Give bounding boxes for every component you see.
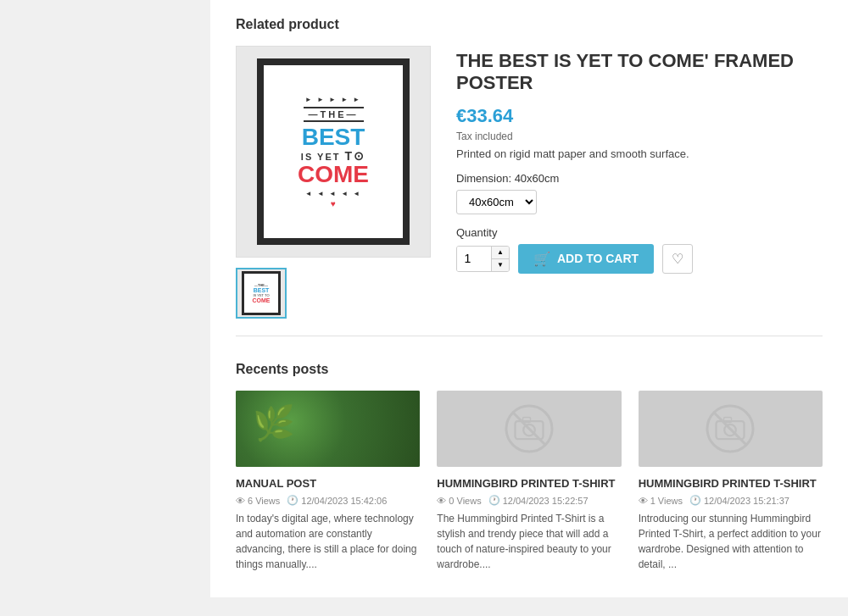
post-title-1[interactable]: MANUAL POST [236,477,420,490]
post-green-image [236,391,420,467]
clock-icon-3: 🕐 [689,495,701,506]
post-meta-3: 👁 1 Views 🕐 12/04/2023 15:21:37 [639,495,823,506]
quantity-down-button[interactable]: ▼ [492,259,509,271]
related-section-title: Related product [236,17,823,32]
product-section: ► ► ► ► ► —THE— BEST IS YET T⊙ COME ◄ ◄ … [236,46,823,319]
post-meta-2: 👁 0 Views 🕐 12/04/2023 15:22:57 [437,495,621,506]
thumbnail-row: —THE— BEST IS YET TO COME [236,268,431,319]
eye-icon-3: 👁 [639,496,648,506]
no-photo-placeholder-3 [639,391,823,467]
post-date-1: 🕐 12/04/2023 15:42:06 [287,495,387,506]
heart-icon: ♡ [672,252,683,266]
thumb-inner: —THE— BEST IS YET TO COME [244,274,278,313]
quantity-row: ▲ ▼ 🛒 ADD TO CART ♡ [456,244,823,274]
dimension-select[interactable]: 40x60cm 50x70cm 60x80cm [456,190,537,214]
add-to-cart-button[interactable]: 🛒 ADD TO CART [518,244,654,274]
poster-come-text: COME [298,163,369,186]
poster-best-text: BEST [302,125,365,149]
no-photo-placeholder-2 [437,391,621,467]
post-card-1: MANUAL POST 👁 6 Views 🕐 12/04/2023 15:42… [236,391,420,572]
section-divider [236,336,823,336]
quantity-arrows: ▲ ▼ [491,247,509,271]
product-main-image[interactable]: ► ► ► ► ► —THE— BEST IS YET T⊙ COME ◄ ◄ … [236,46,431,258]
post-title-2[interactable]: HUMMINGBIRD PRINTED T-SHIRT [437,477,621,490]
clock-icon-2: 🕐 [488,495,500,506]
post-excerpt-2: The Hummingbird Printed T-Shirt is a sty… [437,511,621,572]
post-image-3[interactable] [639,391,823,467]
eye-icon-2: 👁 [437,496,446,506]
product-thumbnail[interactable]: —THE— BEST IS YET TO COME [236,268,287,319]
poster-heart: ♥ [331,199,336,208]
main-content: Related product ► ► ► ► ► —THE— BEST IS … [210,0,848,597]
posts-grid: MANUAL POST 👁 6 Views 🕐 12/04/2023 15:42… [236,391,823,572]
poster-frame: ► ► ► ► ► —THE— BEST IS YET T⊙ COME ◄ ◄ … [257,58,410,245]
post-image-2[interactable] [437,391,621,467]
post-excerpt-1: In today's digital age, where technology… [236,511,420,572]
poster-inner: ► ► ► ► ► —THE— BEST IS YET T⊙ COME ◄ ◄ … [264,65,403,238]
page-wrapper: Related product ► ► ► ► ► —THE— BEST IS … [0,0,848,616]
post-views-3: 👁 1 Views [639,496,683,506]
add-to-cart-label: ADD TO CART [557,252,639,265]
eye-icon-1: 👁 [236,496,245,506]
poster-the-text: —THE— [304,107,364,122]
recents-section: Recents posts MANUAL POST 👁 6 Views [236,362,823,572]
no-photo-icon-3 [705,403,756,454]
dimension-label: Dimension: 40x60cm [456,172,823,185]
quantity-control: ▲ ▼ [456,246,510,272]
post-date-2: 🕐 12/04/2023 15:22:57 [488,495,589,506]
post-views-2: 👁 0 Views [437,496,481,506]
post-image-1[interactable] [236,391,420,467]
product-info-column: THE BEST IS YET TO COME' FRAMED POSTER €… [456,46,823,319]
clock-icon-1: 🕐 [287,495,298,506]
recents-section-title: Recents posts [236,362,823,377]
quantity-label: Quantity [456,226,823,239]
product-name: THE BEST IS YET TO COME' FRAMED POSTER [456,50,823,95]
post-views-1: 👁 6 Views [236,496,280,506]
tax-note: Tax included [456,130,823,142]
cart-icon: 🛒 [533,251,550,267]
thumb-come: COME [253,297,271,303]
quantity-input[interactable] [457,247,491,271]
quantity-up-button[interactable]: ▲ [492,247,509,259]
dimension-select-wrapper: 40x60cm 50x70cm 60x80cm [456,190,823,226]
post-excerpt-3: Introducing our stunning Hummingbird Pri… [639,511,823,572]
wishlist-button[interactable]: ♡ [662,244,693,274]
post-card-2: HUMMINGBIRD PRINTED T-SHIRT 👁 0 Views 🕐 … [437,391,621,572]
no-photo-icon-2 [504,403,555,454]
product-price: €33.64 [456,105,823,127]
poster-arrows-top: ► ► ► ► ► [305,96,361,103]
post-meta-1: 👁 6 Views 🕐 12/04/2023 15:42:06 [236,495,420,506]
thumb-frame: —THE— BEST IS YET TO COME [242,271,281,315]
post-title-3[interactable]: HUMMINGBIRD PRINTED T-SHIRT [639,477,823,490]
thumb-best: BEST [254,287,270,293]
product-image-column: ► ► ► ► ► —THE— BEST IS YET T⊙ COME ◄ ◄ … [236,46,431,319]
post-date-3: 🕐 12/04/2023 15:21:37 [689,495,789,506]
post-card-3: HUMMINGBIRD PRINTED T-SHIRT 👁 1 Views 🕐 … [639,391,823,572]
product-description: Printed on rigid matt paper and smooth s… [456,147,823,160]
poster-arrows-bottom: ◄ ◄ ◄ ◄ ◄ [305,190,361,197]
